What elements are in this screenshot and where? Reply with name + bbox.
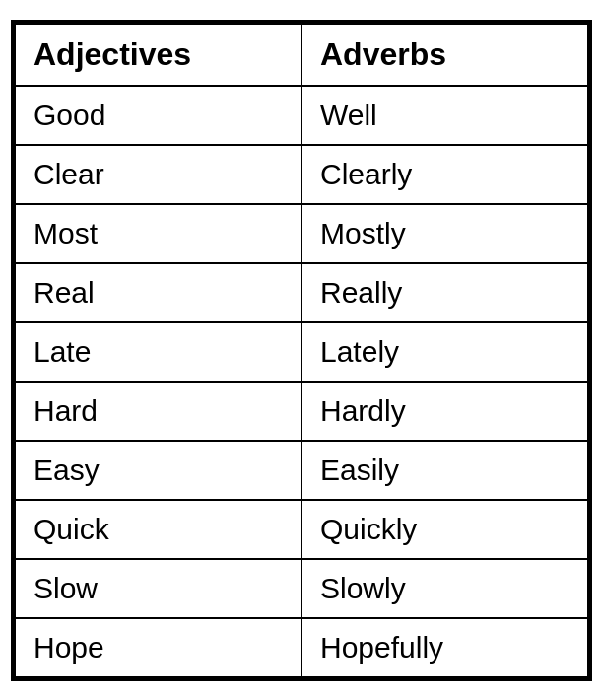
adjective-cell: Clear [15, 145, 302, 204]
adjectives-header: Adjectives [15, 24, 302, 86]
table-row: EasyEasily [15, 441, 588, 500]
adjective-cell: Late [15, 322, 302, 382]
table-row: ClearClearly [15, 145, 588, 204]
adverb-cell: Easily [302, 441, 588, 500]
adverbs-header: Adverbs [302, 24, 588, 86]
adverb-cell: Mostly [302, 204, 588, 263]
table-row: HardHardly [15, 382, 588, 441]
adverb-cell: Quickly [302, 500, 588, 559]
table-row: RealReally [15, 263, 588, 322]
table-row: GoodWell [15, 86, 588, 145]
adverb-cell: Well [302, 86, 588, 145]
adverb-cell: Lately [302, 322, 588, 382]
adjective-cell: Hope [15, 618, 302, 677]
adjectives-adverbs-table: Adjectives Adverbs GoodWellClearClearlyM… [14, 23, 589, 678]
adverb-cell: Slowly [302, 559, 588, 618]
adverb-cell: Hopefully [302, 618, 588, 677]
table-row: QuickQuickly [15, 500, 588, 559]
adverb-cell: Hardly [302, 382, 588, 441]
adverb-cell: Really [302, 263, 588, 322]
adjective-cell: Easy [15, 441, 302, 500]
adjective-cell: Good [15, 86, 302, 145]
table-wrapper: Adjectives Adverbs GoodWellClearClearlyM… [11, 20, 592, 681]
header-row: Adjectives Adverbs [15, 24, 588, 86]
adverb-cell: Clearly [302, 145, 588, 204]
adjective-cell: Slow [15, 559, 302, 618]
table-row: LateLately [15, 322, 588, 382]
table-row: SlowSlowly [15, 559, 588, 618]
adjective-cell: Quick [15, 500, 302, 559]
adjective-cell: Most [15, 204, 302, 263]
adjective-cell: Real [15, 263, 302, 322]
table-row: MostMostly [15, 204, 588, 263]
adjective-cell: Hard [15, 382, 302, 441]
table-row: HopeHopefully [15, 618, 588, 677]
